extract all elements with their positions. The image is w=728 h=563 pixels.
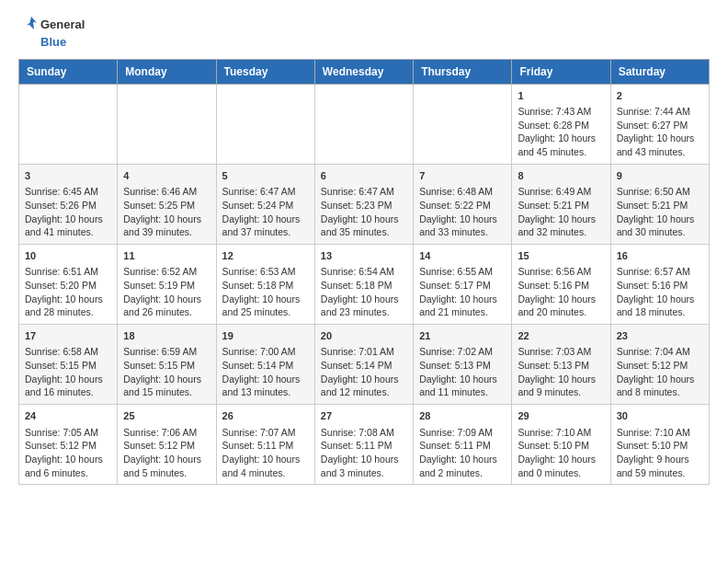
day-info: Daylight: 9 hours and 59 minutes.: [617, 453, 703, 479]
day-info: Sunrise: 6:53 AM: [222, 265, 309, 279]
day-info: Daylight: 10 hours and 33 minutes.: [419, 213, 506, 239]
day-info: Daylight: 10 hours and 39 minutes.: [123, 213, 210, 239]
day-info: Daylight: 10 hours and 13 minutes.: [222, 373, 309, 399]
day-number: 20: [321, 329, 407, 343]
day-info: Sunset: 5:17 PM: [419, 279, 506, 293]
logo: General Blue: [18, 15, 85, 50]
day-number: 29: [518, 409, 604, 423]
day-info: Daylight: 10 hours and 20 minutes.: [518, 293, 604, 319]
day-info: Sunset: 5:12 PM: [617, 359, 703, 373]
day-number: 6: [321, 169, 407, 183]
day-info: Sunset: 5:24 PM: [222, 199, 309, 213]
calendar-cell: [118, 84, 216, 164]
weekday-header: Sunday: [19, 59, 118, 84]
calendar-cell: 6Sunrise: 6:47 AMSunset: 5:23 PMDaylight…: [314, 164, 413, 244]
calendar-table: SundayMondayTuesdayWednesdayThursdayFrid…: [18, 59, 710, 486]
weekday-header: Monday: [118, 59, 216, 84]
calendar-cell: 30Sunrise: 7:10 AMSunset: 5:10 PMDayligh…: [610, 405, 709, 485]
day-number: 4: [123, 169, 210, 183]
calendar-cell: 10Sunrise: 6:51 AMSunset: 5:20 PMDayligh…: [19, 244, 118, 324]
calendar-cell: 16Sunrise: 6:57 AMSunset: 5:16 PMDayligh…: [610, 244, 709, 324]
calendar-cell: [314, 84, 413, 164]
day-info: Sunrise: 6:45 AM: [25, 185, 111, 199]
day-info: Daylight: 10 hours and 32 minutes.: [518, 213, 604, 239]
day-info: Daylight: 10 hours and 15 minutes.: [123, 373, 210, 399]
day-info: Sunrise: 7:07 AM: [222, 426, 309, 440]
day-info: Sunrise: 7:06 AM: [123, 426, 210, 440]
calendar-cell: 11Sunrise: 6:52 AMSunset: 5:19 PMDayligh…: [118, 244, 216, 324]
day-info: Sunrise: 6:51 AM: [25, 265, 111, 279]
calendar-cell: 22Sunrise: 7:03 AMSunset: 5:13 PMDayligh…: [512, 325, 610, 405]
page-header: General Blue: [18, 15, 710, 50]
logo-general: General: [40, 17, 85, 32]
day-number: 28: [419, 409, 506, 423]
day-number: 13: [321, 249, 407, 263]
day-info: Sunset: 5:11 PM: [222, 439, 309, 453]
day-info: Daylight: 10 hours and 23 minutes.: [321, 293, 407, 319]
day-number: 23: [617, 329, 703, 343]
day-info: Sunrise: 6:48 AM: [419, 185, 506, 199]
day-number: 11: [123, 249, 210, 263]
day-number: 30: [617, 409, 703, 423]
calendar-cell: 8Sunrise: 6:49 AMSunset: 5:21 PMDaylight…: [512, 164, 610, 244]
calendar-cell: 2Sunrise: 7:44 AMSunset: 6:27 PMDaylight…: [610, 84, 709, 164]
day-info: Sunrise: 6:47 AM: [321, 185, 407, 199]
day-info: Sunset: 5:11 PM: [321, 439, 407, 453]
day-info: Sunrise: 6:49 AM: [518, 185, 604, 199]
calendar-cell: 7Sunrise: 6:48 AMSunset: 5:22 PMDaylight…: [414, 164, 512, 244]
day-info: Sunset: 5:10 PM: [617, 439, 703, 453]
day-info: Daylight: 10 hours and 11 minutes.: [419, 373, 506, 399]
day-info: Sunset: 5:18 PM: [321, 279, 407, 293]
calendar-cell: 25Sunrise: 7:06 AMSunset: 5:12 PMDayligh…: [118, 405, 216, 485]
day-info: Sunset: 5:20 PM: [25, 279, 111, 293]
day-info: Sunset: 5:26 PM: [25, 199, 111, 213]
day-info: Sunrise: 6:47 AM: [222, 185, 309, 199]
calendar-week-row: 3Sunrise: 6:45 AMSunset: 5:26 PMDaylight…: [19, 164, 710, 244]
calendar-cell: 13Sunrise: 6:54 AMSunset: 5:18 PMDayligh…: [314, 244, 413, 324]
day-info: Daylight: 10 hours and 41 minutes.: [25, 213, 111, 239]
day-info: Daylight: 10 hours and 2 minutes.: [419, 453, 506, 479]
day-info: Daylight: 10 hours and 12 minutes.: [321, 373, 407, 399]
day-info: Sunrise: 7:02 AM: [419, 345, 506, 359]
calendar-cell: 28Sunrise: 7:09 AMSunset: 5:11 PMDayligh…: [414, 405, 512, 485]
day-info: Daylight: 10 hours and 43 minutes.: [617, 132, 703, 158]
calendar-cell: 18Sunrise: 6:59 AMSunset: 5:15 PMDayligh…: [118, 325, 216, 405]
day-number: 12: [222, 249, 309, 263]
day-number: 25: [123, 409, 210, 423]
day-info: Sunset: 5:10 PM: [518, 439, 604, 453]
day-info: Daylight: 10 hours and 18 minutes.: [617, 293, 703, 319]
calendar-cell: 17Sunrise: 6:58 AMSunset: 5:15 PMDayligh…: [19, 325, 118, 405]
day-number: 16: [617, 249, 703, 263]
calendar-cell: 29Sunrise: 7:10 AMSunset: 5:10 PMDayligh…: [512, 405, 610, 485]
day-number: 18: [123, 329, 210, 343]
day-info: Sunrise: 6:50 AM: [617, 185, 703, 199]
day-info: Sunrise: 7:44 AM: [617, 105, 703, 119]
day-info: Sunset: 5:21 PM: [518, 199, 604, 213]
calendar-cell: 19Sunrise: 7:00 AMSunset: 5:14 PMDayligh…: [216, 325, 314, 405]
calendar-cell: 12Sunrise: 6:53 AMSunset: 5:18 PMDayligh…: [216, 244, 314, 324]
day-info: Sunrise: 7:01 AM: [321, 345, 407, 359]
weekday-header: Tuesday: [216, 59, 314, 84]
day-info: Daylight: 10 hours and 37 minutes.: [222, 213, 309, 239]
day-number: 3: [25, 169, 111, 183]
day-info: Sunrise: 7:00 AM: [222, 345, 309, 359]
day-info: Sunset: 6:27 PM: [617, 119, 703, 132]
day-info: Sunset: 5:13 PM: [419, 359, 506, 373]
day-number: 27: [321, 409, 407, 423]
calendar-cell: 24Sunrise: 7:05 AMSunset: 5:12 PMDayligh…: [19, 405, 118, 485]
day-number: 21: [419, 329, 506, 343]
day-info: Sunset: 5:21 PM: [617, 199, 703, 213]
day-info: Daylight: 10 hours and 25 minutes.: [222, 293, 309, 319]
day-info: Sunrise: 6:52 AM: [123, 265, 210, 279]
day-info: Sunset: 5:13 PM: [518, 359, 604, 373]
day-info: Sunset: 5:23 PM: [321, 199, 407, 213]
calendar-cell: 4Sunrise: 6:46 AMSunset: 5:25 PMDaylight…: [118, 164, 216, 244]
day-number: 22: [518, 329, 604, 343]
day-info: Sunrise: 7:09 AM: [419, 426, 506, 440]
day-number: 8: [518, 169, 604, 183]
day-info: Daylight: 10 hours and 4 minutes.: [222, 453, 309, 479]
day-info: Sunrise: 7:43 AM: [518, 105, 604, 119]
day-number: 2: [617, 89, 703, 103]
day-info: Sunset: 5:16 PM: [617, 279, 703, 293]
day-info: Sunset: 5:19 PM: [123, 279, 210, 293]
